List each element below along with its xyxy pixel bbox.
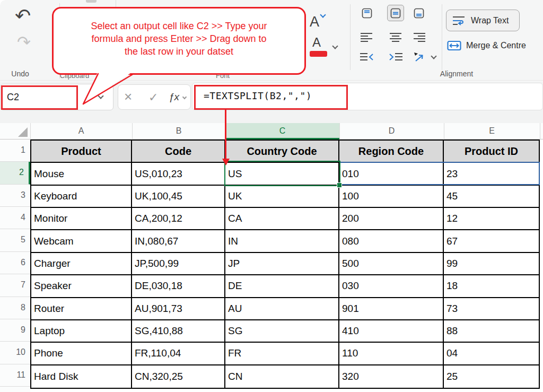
cell[interactable]: 67 (444, 230, 539, 252)
column-header-a[interactable]: A (30, 126, 132, 136)
cell[interactable]: 12 (444, 208, 539, 230)
cell[interactable]: US,010,23 (132, 163, 225, 185)
column-header-e[interactable]: E (444, 126, 540, 136)
cell[interactable]: 200 (339, 208, 444, 230)
row-header-10[interactable]: 10 (0, 342, 30, 364)
cell[interactable]: CA,200,12 (132, 208, 225, 230)
font-color-chevron-icon[interactable] (332, 43, 338, 49)
cell[interactable]: UK,100,45 (132, 186, 225, 208)
column-header-strip: A B C D E (0, 123, 543, 140)
header-cell[interactable]: Code (132, 141, 225, 163)
cell[interactable]: Monitor (31, 208, 132, 230)
cell[interactable]: CN (225, 365, 339, 388)
cell[interactable]: Hard Disk (31, 365, 132, 388)
row-header-5[interactable]: 5 (0, 229, 30, 251)
cell[interactable]: 500 (339, 253, 444, 275)
header-cell[interactable]: Region Code (339, 141, 444, 163)
cell[interactable]: IN,080,67 (132, 230, 225, 252)
insert-function-icon[interactable]: ƒx (169, 92, 179, 102)
middle-align-button[interactable] (387, 5, 404, 21)
align-left-button[interactable] (358, 29, 375, 45)
wrap-text-button[interactable]: Wrap Text (446, 10, 520, 31)
cell[interactable]: Laptop (31, 320, 132, 343)
undo-icon[interactable]: ↶ (15, 6, 31, 25)
cell[interactable]: 18 (444, 275, 539, 298)
redo-icon[interactable]: ↷ (17, 34, 31, 50)
row-header-4[interactable]: 4 (0, 207, 30, 229)
row-header-9[interactable]: 9 (0, 319, 30, 342)
row-header-8[interactable]: 8 (0, 297, 30, 319)
cell[interactable]: 100 (339, 186, 444, 208)
column-header-c[interactable]: C (225, 126, 339, 136)
header-cell[interactable]: Country Code (225, 141, 339, 163)
row-header-7[interactable]: 7 (0, 274, 30, 297)
cell[interactable]: FR (225, 343, 339, 365)
active-cell-border (224, 161, 340, 186)
bottom-align-button[interactable] (410, 5, 427, 21)
cell[interactable]: FR,110,04 (132, 343, 225, 365)
font-color-button[interactable]: A (312, 36, 321, 49)
header-cell[interactable]: Product (31, 141, 132, 163)
cell[interactable]: DE (225, 275, 339, 298)
callout-line-3: the last row in your datset (54, 45, 304, 58)
increase-indent-button[interactable] (387, 49, 404, 65)
cell[interactable]: 320 (339, 365, 444, 388)
align-center-button[interactable] (387, 29, 404, 45)
column-header-d[interactable]: D (339, 126, 444, 136)
cell[interactable]: JP,500,99 (132, 253, 225, 275)
fill-handle[interactable] (337, 182, 342, 188)
spill-range-border (339, 162, 540, 185)
align-right-button[interactable] (410, 29, 427, 45)
cell[interactable]: Charger (31, 253, 132, 275)
cell[interactable]: Mouse (31, 163, 132, 185)
cell[interactable]: UK (225, 186, 339, 208)
select-all-icon[interactable] (18, 127, 28, 137)
cell[interactable]: 080 (339, 230, 444, 252)
cell[interactable]: 25 (444, 365, 539, 388)
merge-centre-button[interactable]: Merge & Centre (447, 38, 526, 53)
row-header-3[interactable]: 3 (0, 185, 30, 207)
cell[interactable]: CN,320,25 (132, 365, 225, 388)
grow-font-button[interactable]: A (310, 15, 319, 29)
cell[interactable]: Webcam (31, 230, 132, 252)
cell[interactable]: SG,410,88 (132, 320, 225, 343)
clipboard-icon (86, 0, 97, 3)
cell[interactable]: Keyboard (31, 186, 132, 208)
cell[interactable]: 901 (339, 298, 444, 320)
bottom-align-icon (414, 8, 424, 19)
cell[interactable]: Phone (31, 343, 132, 365)
cell[interactable]: 88 (444, 320, 539, 343)
excel-window: ↶ ↷ Undo Clipboard Font A A (0, 0, 543, 392)
top-align-button[interactable] (358, 5, 375, 21)
cell[interactable]: 04 (444, 343, 539, 365)
row-header-1[interactable]: 1 (0, 140, 30, 162)
annotation-callout: Select an output cell like C2 >> Type yo… (52, 7, 306, 75)
cell[interactable]: 410 (339, 320, 444, 343)
cell[interactable]: IN (225, 230, 339, 252)
cell[interactable]: 99 (444, 253, 539, 275)
cell[interactable]: AU,901,73 (132, 298, 225, 320)
cell[interactable]: 73 (444, 298, 539, 320)
cell[interactable]: 110 (339, 343, 444, 365)
orientation-button[interactable] (410, 49, 427, 65)
cell[interactable]: 45 (444, 186, 539, 208)
font-size-chevron-icon[interactable] (320, 12, 326, 18)
cell[interactable]: Router (31, 298, 132, 320)
enter-icon[interactable]: ✓ (148, 92, 158, 103)
row-header-11[interactable]: 11 (0, 364, 30, 387)
cell[interactable]: JP (225, 253, 339, 275)
cell[interactable]: 030 (339, 275, 444, 298)
orientation-chevron-icon[interactable] (431, 53, 436, 59)
font-color-swatch[interactable] (310, 51, 327, 57)
cell[interactable]: DE,030,18 (132, 275, 225, 298)
cell[interactable]: AU (225, 298, 339, 320)
cell[interactable]: CA (225, 208, 339, 230)
decrease-indent-button[interactable] (358, 49, 375, 65)
header-cell[interactable]: Product ID (444, 141, 539, 163)
cell[interactable]: SG (225, 320, 339, 343)
increase-indent-icon (389, 51, 402, 63)
row-header-2[interactable]: 2 (0, 162, 30, 184)
row-header-6[interactable]: 6 (0, 252, 30, 274)
cell[interactable]: Speaker (31, 275, 132, 298)
column-header-b[interactable]: B (132, 126, 225, 136)
